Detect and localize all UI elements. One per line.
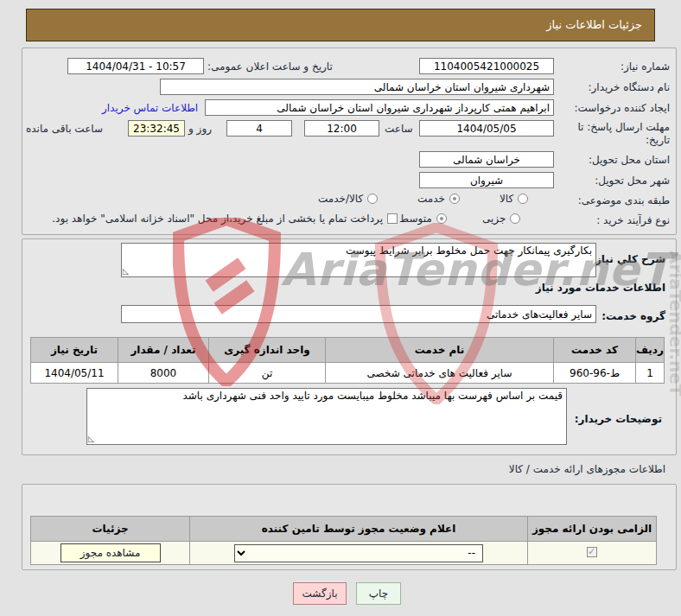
- col-quantity: تعداد / مقدار: [118, 338, 209, 363]
- radio-goods-label: کالا: [500, 193, 513, 205]
- radio-goods[interactable]: کالا: [500, 193, 528, 205]
- need-description-label: شرح کلي نیاز:: [591, 253, 665, 265]
- radio-icon[interactable]: [367, 194, 378, 204]
- treasury-checkbox[interactable]: [387, 213, 398, 224]
- radio-icon[interactable]: [510, 213, 520, 224]
- cell-quantity: 8000: [118, 363, 209, 384]
- col-permit-details: جزئیات: [31, 517, 190, 542]
- reply-deadline-date-field[interactable]: [419, 120, 554, 137]
- cell-service-name: سایر فعالیت های خدماتی شخصی: [326, 363, 554, 384]
- need-description-textarea[interactable]: بکارگیری پیمانکار جهت حمل مخلوط برابر شر…: [121, 243, 596, 277]
- request-creator-field[interactable]: [205, 99, 554, 116]
- days-and-label: روز و: [188, 123, 212, 135]
- radio-goods-service-label: کالا/خدمت: [318, 193, 363, 205]
- treasury-payment-option[interactable]: پرداخت تمام یا بخشی از مبلغ خرید،از محل …: [24, 213, 398, 225]
- permits-section-heading: اطلاعات مجوزهای ارائه خدمت / کالا: [509, 463, 665, 475]
- reply-deadline-label: مهلت ارسال پاسخ: تا تاریخ:: [553, 121, 670, 147]
- radio-partial-label: جزیی: [482, 213, 506, 225]
- services-table-row: 1 ط-96-960 سایر فعالیت های خدماتی شخصی ت…: [31, 363, 665, 384]
- hours-remaining-label: ساعت باقی مانده: [26, 123, 103, 135]
- purchase-process-type-label: نوع فرآیند خرید :: [596, 214, 670, 226]
- cell-permit-required: [528, 542, 657, 565]
- announce-datetime-field[interactable]: [67, 58, 204, 74]
- permits-table-row: -- مشاهده مجوز: [31, 542, 657, 565]
- cell-row-number: 1: [636, 363, 665, 384]
- buyer-contact-link[interactable]: اطلاعات تماس خریدار: [102, 102, 198, 114]
- cell-need-date: 1404/05/11: [31, 363, 118, 384]
- service-group-label: گروه خدمت:: [601, 310, 665, 322]
- print-button[interactable]: چاپ: [356, 582, 401, 605]
- cell-unit: تن: [209, 363, 326, 384]
- permit-status-select[interactable]: --: [234, 544, 483, 562]
- treasury-checkbox-label: پرداخت تمام یا بخشی از مبلغ خرید،از محل …: [52, 213, 383, 225]
- need-number-field[interactable]: [419, 58, 554, 74]
- announce-datetime-label: تاریخ و ساعت اعلان عمومی:: [207, 60, 333, 73]
- radio-selected-icon[interactable]: [436, 213, 447, 224]
- radio-medium[interactable]: متوسط: [399, 213, 447, 225]
- radio-goods-service[interactable]: کالا/خدمت: [318, 193, 378, 205]
- delivery-province-label: استان محل تحویل:: [589, 154, 670, 166]
- col-permit-required: الزامی بودن ارائه مجوز: [528, 517, 657, 542]
- delivery-city-field[interactable]: [419, 172, 554, 188]
- radio-selected-icon[interactable]: [449, 194, 460, 204]
- buyer-notes-label: توضیحات خریدار:: [575, 413, 662, 425]
- buyer-name-label: نام دستگاه خریدار:: [589, 81, 671, 93]
- buyer-notes-textarea[interactable]: قیمت بر اساس فهرست بها میباشد مخلوط میبا…: [86, 388, 567, 445]
- radio-partial[interactable]: جزیی: [482, 213, 520, 225]
- delivery-city-label: شهر محل تحویل:: [595, 175, 670, 187]
- radio-icon[interactable]: [518, 194, 528, 204]
- remaining-time-field: [128, 120, 185, 137]
- cell-permit-status: --: [190, 542, 528, 565]
- buyer-name-field[interactable]: [160, 79, 554, 95]
- permit-required-checkbox: [587, 547, 597, 557]
- request-creator-label: ایجاد کننده درخواست:: [574, 102, 670, 114]
- permits-table-header-row: الزامی بودن ارائه مجوز اعلام وضعیت مجوز …: [31, 517, 657, 542]
- permits-table: الزامی بودن ارائه مجوز اعلام وضعیت مجوز …: [30, 516, 657, 565]
- service-group-field[interactable]: [121, 305, 596, 323]
- delivery-province-field[interactable]: [419, 151, 554, 168]
- back-button[interactable]: بازگشت: [293, 582, 347, 605]
- services-table: ردیف کد خدمت نام خدمت واحد اندازه گیری ت…: [30, 337, 665, 384]
- radio-service-label: خدمت: [417, 193, 445, 205]
- cell-service-code: ط-96-960: [554, 363, 636, 384]
- col-service-code: کد خدمت: [554, 338, 636, 363]
- hour-label: ساعت: [385, 123, 413, 135]
- view-permit-button[interactable]: مشاهده مجوز: [60, 543, 161, 562]
- remaining-days-field[interactable]: [226, 120, 292, 137]
- col-permit-status: اعلام وضعیت مجوز توسط تامین کننده: [190, 517, 528, 542]
- need-details-page: AriaTender.neT AriaTender.neT جزئیات اطل…: [0, 0, 681, 616]
- col-need-date: تاریخ نیاز: [31, 338, 118, 363]
- radio-service[interactable]: خدمت: [417, 193, 460, 205]
- need-number-label: شماره نیاز:: [621, 60, 670, 73]
- reply-deadline-time-field[interactable]: [304, 120, 379, 137]
- radio-medium-label: متوسط: [399, 213, 432, 225]
- cell-permit-details: مشاهده مجوز: [31, 542, 190, 565]
- subject-classification-label: طبقه بندی موضوعی:: [578, 194, 670, 206]
- col-service-name: نام خدمت: [326, 338, 554, 363]
- col-row-number: ردیف: [636, 338, 665, 363]
- services-table-header-row: ردیف کد خدمت نام خدمت واحد اندازه گیری ت…: [31, 338, 665, 363]
- services-section-heading: اطلاعات خدمات مورد نیاز: [536, 282, 665, 294]
- page-title: جزئیات اطلاعات نیاز: [26, 9, 655, 41]
- col-unit: واحد اندازه گیری: [209, 338, 326, 363]
